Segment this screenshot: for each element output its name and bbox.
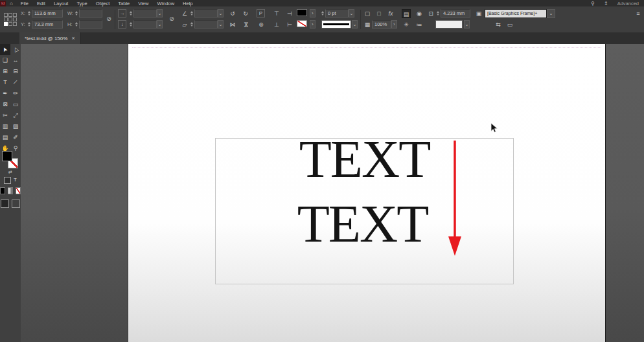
close-icon[interactable]: × <box>71 36 75 41</box>
pencil-tool[interactable]: ✏ <box>10 88 21 99</box>
menu-type[interactable]: Type <box>76 1 87 6</box>
wrap-option2-icon[interactable]: ≔ <box>415 20 424 29</box>
workspace-switcher[interactable]: Advanced <box>617 1 639 6</box>
rectangle-frame-tool[interactable]: ⊠ <box>0 99 10 110</box>
gap-tool[interactable]: ↔ <box>10 55 21 66</box>
panel-menu-icon[interactable]: ≡ <box>634 9 643 18</box>
ideas-icon[interactable]: ⚲ <box>591 1 595 6</box>
constrain-scale-icon[interactable]: ⊘ <box>167 14 176 23</box>
corner-shape-icon[interactable]: □ <box>374 9 384 18</box>
select-container-icon[interactable]: P <box>257 9 265 17</box>
flip-horizontal-icon[interactable]: ⋈ <box>228 20 237 29</box>
normal-view-icon[interactable] <box>1 200 9 208</box>
flip-vertical-icon[interactable]: ⋈ <box>241 20 250 29</box>
auto-fit-icon[interactable]: ▣ <box>474 9 483 18</box>
rotate-cw-icon[interactable]: ↻ <box>241 9 250 18</box>
swap-fill-stroke-icon[interactable]: ⇄ <box>8 169 12 175</box>
gradient-swatch-tool[interactable]: ▥ <box>0 121 10 132</box>
effects-icon[interactable]: fx <box>386 9 395 18</box>
select-content-icon[interactable]: ⊕ <box>257 20 266 29</box>
apply-color-icon[interactable] <box>0 187 5 194</box>
reference-point-proxy[interactable] <box>4 13 17 26</box>
formatting-affects-container-icon[interactable] <box>4 177 11 184</box>
line-tool[interactable]: ∕ <box>10 77 21 88</box>
rotation-field[interactable] <box>194 9 218 17</box>
y-stepper[interactable] <box>27 20 31 28</box>
menu-table[interactable]: Table <box>118 1 130 6</box>
swatch-preview-menu[interactable]: ⌄ <box>464 20 470 28</box>
wrap-option-icon[interactable]: ✳ <box>402 20 411 29</box>
x-position-field[interactable]: 113.6 mm <box>32 9 63 17</box>
share-icon[interactable]: ↥ <box>604 1 608 6</box>
text-frame[interactable]: TEXT TEXT <box>215 138 514 284</box>
menu-object[interactable]: Object <box>96 1 110 6</box>
scale-y-dropdown[interactable]: ⌄ <box>157 20 163 28</box>
x-stepper[interactable] <box>27 9 31 17</box>
rotation-stepper[interactable] <box>189 9 194 17</box>
wrap-around-icon[interactable]: ◉ <box>415 9 424 18</box>
scissors-tool[interactable]: ✂ <box>0 110 10 121</box>
swatch-preview-dropdown[interactable] <box>435 20 463 28</box>
shear-stepper[interactable] <box>189 20 194 28</box>
corner-options-icon[interactable]: ▢ <box>363 9 372 18</box>
scale-y-field[interactable] <box>133 20 157 28</box>
align-top-icon[interactable]: ⊤ <box>272 9 281 18</box>
content-placer-tool[interactable]: ⊟ <box>10 66 21 77</box>
distribute-icon[interactable]: ⊢ <box>285 20 294 29</box>
gap-field[interactable]: 4.233 mm <box>441 9 470 17</box>
preview-mode-icon[interactable] <box>12 200 20 208</box>
shear-dropdown[interactable]: ⌄ <box>218 20 224 28</box>
apply-none-icon[interactable] <box>16 187 21 194</box>
note-tool[interactable]: ▤ <box>0 132 10 143</box>
fill-swatch[interactable] <box>2 151 12 161</box>
gradient-feather-tool[interactable]: ▨ <box>10 121 21 132</box>
opacity-menu[interactable]: › <box>391 20 397 28</box>
align-bottom-icon[interactable]: ⊥ <box>272 20 281 29</box>
eyedropper-tool[interactable]: ✐ <box>10 132 21 143</box>
scale-x-stepper[interactable] <box>128 9 133 17</box>
free-transform-tool[interactable]: ⤢ <box>10 110 21 121</box>
break-link-style-icon[interactable]: ▭ <box>505 20 514 29</box>
rotation-dropdown[interactable]: ⌄ <box>218 9 224 17</box>
page-tool[interactable]: ❏ <box>0 55 10 66</box>
object-style-dropdown[interactable]: [Basic Graphics Frame]+ <box>485 9 547 18</box>
rectangle-tool[interactable]: ▭ <box>10 99 21 110</box>
home-icon[interactable]: ⌂ <box>10 1 13 6</box>
menu-help[interactable]: Help <box>183 1 192 6</box>
stroke-color-swatch[interactable] <box>297 20 307 27</box>
object-style-chevron[interactable]: ⌄ <box>547 9 555 18</box>
stroke-weight-stepper[interactable] <box>320 9 325 17</box>
frame-fitting-icon[interactable]: ⊡ <box>426 9 435 18</box>
stroke-type-dropdown[interactable]: ⌄ <box>352 20 358 28</box>
align-middle-icon[interactable]: ⊣ <box>285 9 294 18</box>
scale-y-stepper[interactable] <box>128 20 133 28</box>
scale-x-dropdown[interactable]: ⌄ <box>157 9 163 17</box>
selection-tool[interactable]: ➤ <box>0 44 10 55</box>
constrain-dimensions-icon[interactable]: ⊘ <box>104 14 113 23</box>
width-field[interactable] <box>79 9 102 17</box>
quick-apply-icon[interactable]: ⇆ <box>494 20 503 29</box>
direct-selection-tool[interactable]: ▷ <box>10 44 21 55</box>
scale-x-field[interactable] <box>133 9 157 17</box>
height-field[interactable] <box>79 20 102 28</box>
menu-layout[interactable]: Layout <box>54 1 69 6</box>
content-collector-tool[interactable]: ⊞ <box>0 66 10 77</box>
fill-color-menu[interactable]: › <box>310 9 316 17</box>
y-position-field[interactable]: 73.3 mm <box>32 20 63 28</box>
document-tab[interactable]: *test.indd @ 150% × <box>19 32 81 44</box>
fill-color-swatch[interactable] <box>297 9 307 16</box>
apply-gradient-icon[interactable] <box>8 187 13 194</box>
stroke-type-preview[interactable] <box>321 20 351 28</box>
rotate-ccw-icon[interactable]: ↺ <box>228 9 237 18</box>
formatting-affects-text-icon[interactable]: T <box>14 177 17 184</box>
menu-file[interactable]: File <box>21 1 29 6</box>
menu-view[interactable]: View <box>138 1 148 6</box>
opacity-field[interactable]: 100% <box>372 20 391 28</box>
h-stepper[interactable] <box>74 20 78 28</box>
stroke-color-menu[interactable]: › <box>310 20 316 28</box>
pen-tool[interactable]: ✒ <box>0 88 10 99</box>
stroke-weight-dropdown[interactable]: ⌄ <box>349 9 354 17</box>
menu-edit[interactable]: Edit <box>37 1 45 6</box>
type-tool[interactable]: T <box>0 77 10 88</box>
stroke-weight-field[interactable]: 0 pt <box>325 9 349 17</box>
